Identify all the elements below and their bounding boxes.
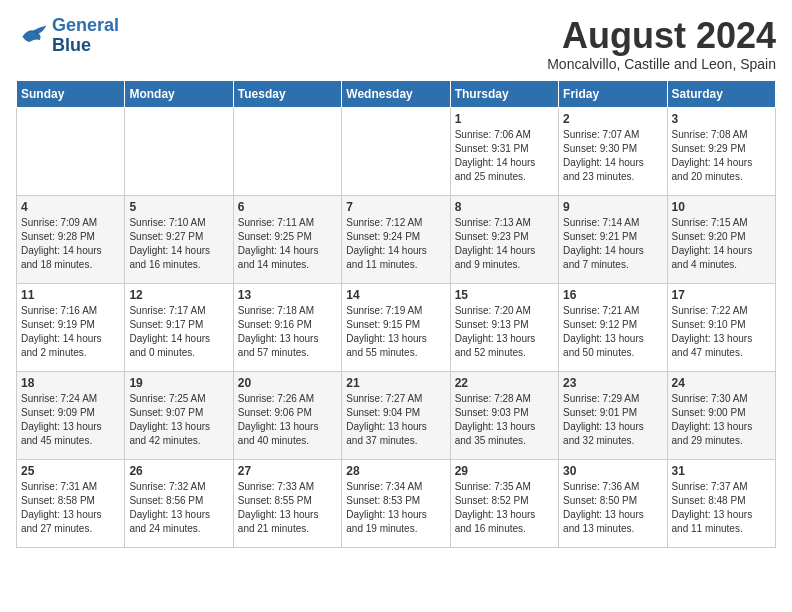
month-year-title: August 2024 [547,16,776,56]
day-info: Sunrise: 7:17 AMSunset: 9:17 PMDaylight:… [129,304,228,360]
day-info: Sunrise: 7:22 AMSunset: 9:10 PMDaylight:… [672,304,771,360]
day-number: 13 [238,288,337,302]
calendar-cell: 25Sunrise: 7:31 AMSunset: 8:58 PMDayligh… [17,459,125,547]
calendar-cell: 14Sunrise: 7:19 AMSunset: 9:15 PMDayligh… [342,283,450,371]
calendar-week-5: 25Sunrise: 7:31 AMSunset: 8:58 PMDayligh… [17,459,776,547]
calendar-cell: 28Sunrise: 7:34 AMSunset: 8:53 PMDayligh… [342,459,450,547]
day-number: 4 [21,200,120,214]
day-info: Sunrise: 7:25 AMSunset: 9:07 PMDaylight:… [129,392,228,448]
calendar-week-1: 1Sunrise: 7:06 AMSunset: 9:31 PMDaylight… [17,107,776,195]
calendar-cell: 24Sunrise: 7:30 AMSunset: 9:00 PMDayligh… [667,371,775,459]
location-subtitle: Moncalvillo, Castille and Leon, Spain [547,56,776,72]
calendar-cell: 16Sunrise: 7:21 AMSunset: 9:12 PMDayligh… [559,283,667,371]
day-number: 2 [563,112,662,126]
calendar-cell: 1Sunrise: 7:06 AMSunset: 9:31 PMDaylight… [450,107,558,195]
day-info: Sunrise: 7:33 AMSunset: 8:55 PMDaylight:… [238,480,337,536]
calendar-week-3: 11Sunrise: 7:16 AMSunset: 9:19 PMDayligh… [17,283,776,371]
calendar-cell: 30Sunrise: 7:36 AMSunset: 8:50 PMDayligh… [559,459,667,547]
day-info: Sunrise: 7:37 AMSunset: 8:48 PMDaylight:… [672,480,771,536]
day-number: 8 [455,200,554,214]
logo-text: General Blue [52,16,119,56]
day-info: Sunrise: 7:11 AMSunset: 9:25 PMDaylight:… [238,216,337,272]
day-number: 11 [21,288,120,302]
calendar-cell: 22Sunrise: 7:28 AMSunset: 9:03 PMDayligh… [450,371,558,459]
day-of-week-friday: Friday [559,80,667,107]
calendar-cell: 13Sunrise: 7:18 AMSunset: 9:16 PMDayligh… [233,283,341,371]
logo: General Blue [16,16,119,56]
day-info: Sunrise: 7:12 AMSunset: 9:24 PMDaylight:… [346,216,445,272]
day-number: 12 [129,288,228,302]
calendar-cell: 4Sunrise: 7:09 AMSunset: 9:28 PMDaylight… [17,195,125,283]
day-number: 14 [346,288,445,302]
calendar-body: 1Sunrise: 7:06 AMSunset: 9:31 PMDaylight… [17,107,776,547]
day-info: Sunrise: 7:18 AMSunset: 9:16 PMDaylight:… [238,304,337,360]
logo-bird-icon [16,22,48,50]
day-number: 18 [21,376,120,390]
days-of-week-row: SundayMondayTuesdayWednesdayThursdayFrid… [17,80,776,107]
day-info: Sunrise: 7:15 AMSunset: 9:20 PMDaylight:… [672,216,771,272]
day-info: Sunrise: 7:13 AMSunset: 9:23 PMDaylight:… [455,216,554,272]
day-number: 6 [238,200,337,214]
day-number: 3 [672,112,771,126]
calendar-cell: 17Sunrise: 7:22 AMSunset: 9:10 PMDayligh… [667,283,775,371]
day-info: Sunrise: 7:27 AMSunset: 9:04 PMDaylight:… [346,392,445,448]
day-number: 17 [672,288,771,302]
day-info: Sunrise: 7:06 AMSunset: 9:31 PMDaylight:… [455,128,554,184]
day-number: 26 [129,464,228,478]
day-number: 1 [455,112,554,126]
day-info: Sunrise: 7:31 AMSunset: 8:58 PMDaylight:… [21,480,120,536]
day-info: Sunrise: 7:20 AMSunset: 9:13 PMDaylight:… [455,304,554,360]
calendar-cell [17,107,125,195]
calendar-cell: 26Sunrise: 7:32 AMSunset: 8:56 PMDayligh… [125,459,233,547]
calendar-cell [125,107,233,195]
calendar-week-4: 18Sunrise: 7:24 AMSunset: 9:09 PMDayligh… [17,371,776,459]
calendar-cell [342,107,450,195]
day-of-week-sunday: Sunday [17,80,125,107]
day-of-week-tuesday: Tuesday [233,80,341,107]
calendar-cell: 19Sunrise: 7:25 AMSunset: 9:07 PMDayligh… [125,371,233,459]
day-number: 7 [346,200,445,214]
day-info: Sunrise: 7:14 AMSunset: 9:21 PMDaylight:… [563,216,662,272]
day-number: 15 [455,288,554,302]
day-of-week-wednesday: Wednesday [342,80,450,107]
day-number: 31 [672,464,771,478]
day-number: 23 [563,376,662,390]
day-number: 30 [563,464,662,478]
calendar-cell: 18Sunrise: 7:24 AMSunset: 9:09 PMDayligh… [17,371,125,459]
day-number: 21 [346,376,445,390]
day-info: Sunrise: 7:24 AMSunset: 9:09 PMDaylight:… [21,392,120,448]
day-number: 22 [455,376,554,390]
page-header: General Blue August 2024 Moncalvillo, Ca… [16,16,776,72]
day-info: Sunrise: 7:26 AMSunset: 9:06 PMDaylight:… [238,392,337,448]
day-number: 5 [129,200,228,214]
day-number: 29 [455,464,554,478]
calendar-cell: 9Sunrise: 7:14 AMSunset: 9:21 PMDaylight… [559,195,667,283]
calendar-table: SundayMondayTuesdayWednesdayThursdayFrid… [16,80,776,548]
calendar-cell: 11Sunrise: 7:16 AMSunset: 9:19 PMDayligh… [17,283,125,371]
day-info: Sunrise: 7:30 AMSunset: 9:00 PMDaylight:… [672,392,771,448]
calendar-cell: 10Sunrise: 7:15 AMSunset: 9:20 PMDayligh… [667,195,775,283]
calendar-cell: 8Sunrise: 7:13 AMSunset: 9:23 PMDaylight… [450,195,558,283]
calendar-cell [233,107,341,195]
title-block: August 2024 Moncalvillo, Castille and Le… [547,16,776,72]
calendar-cell: 15Sunrise: 7:20 AMSunset: 9:13 PMDayligh… [450,283,558,371]
calendar-cell: 29Sunrise: 7:35 AMSunset: 8:52 PMDayligh… [450,459,558,547]
day-number: 16 [563,288,662,302]
day-info: Sunrise: 7:10 AMSunset: 9:27 PMDaylight:… [129,216,228,272]
calendar-cell: 20Sunrise: 7:26 AMSunset: 9:06 PMDayligh… [233,371,341,459]
day-info: Sunrise: 7:29 AMSunset: 9:01 PMDaylight:… [563,392,662,448]
calendar-cell: 12Sunrise: 7:17 AMSunset: 9:17 PMDayligh… [125,283,233,371]
day-number: 27 [238,464,337,478]
day-number: 9 [563,200,662,214]
day-info: Sunrise: 7:07 AMSunset: 9:30 PMDaylight:… [563,128,662,184]
day-number: 19 [129,376,228,390]
calendar-week-2: 4Sunrise: 7:09 AMSunset: 9:28 PMDaylight… [17,195,776,283]
day-info: Sunrise: 7:35 AMSunset: 8:52 PMDaylight:… [455,480,554,536]
calendar-cell: 31Sunrise: 7:37 AMSunset: 8:48 PMDayligh… [667,459,775,547]
calendar-cell: 27Sunrise: 7:33 AMSunset: 8:55 PMDayligh… [233,459,341,547]
day-of-week-saturday: Saturday [667,80,775,107]
day-info: Sunrise: 7:28 AMSunset: 9:03 PMDaylight:… [455,392,554,448]
day-info: Sunrise: 7:19 AMSunset: 9:15 PMDaylight:… [346,304,445,360]
day-info: Sunrise: 7:36 AMSunset: 8:50 PMDaylight:… [563,480,662,536]
day-of-week-monday: Monday [125,80,233,107]
